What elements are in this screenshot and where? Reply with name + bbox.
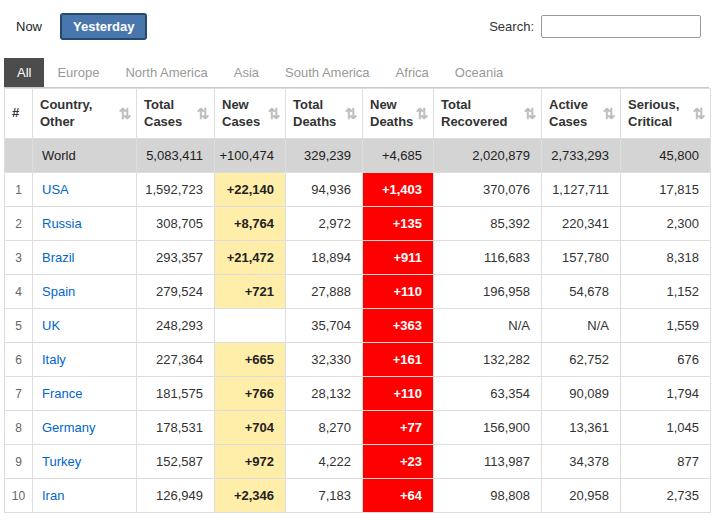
col-header-label: TotalRecovered <box>441 97 507 131</box>
col-header-new-cases[interactable]: NewCases⇅ <box>215 89 286 139</box>
total-cases-cell: 279,524 <box>137 275 215 309</box>
tab-oceania[interactable]: Oceania <box>442 58 516 87</box>
tab-africa[interactable]: Africa <box>383 58 442 87</box>
rank-cell: 1 <box>5 173 33 207</box>
tab-south-america[interactable]: South America <box>272 58 383 87</box>
yesterday-button[interactable]: Yesterday <box>60 13 147 40</box>
rank-cell <box>5 139 33 173</box>
total-recovered-cell: 196,958 <box>434 275 542 309</box>
sort-arrows-icon: ⇅ <box>415 105 428 123</box>
new-deaths-cell: +110 <box>363 275 434 309</box>
country-cell: Germany <box>33 411 137 445</box>
country-cell: World <box>33 139 137 173</box>
col-header-country[interactable]: Country,Other⇅ <box>33 89 137 139</box>
col-header-rank[interactable]: # <box>5 89 33 139</box>
table-body: World5,083,411+100,474329,239+4,6852,020… <box>5 139 711 513</box>
col-header-label: Country,Other <box>40 97 92 131</box>
country-link[interactable]: USA <box>42 182 69 197</box>
col-header-total-cases[interactable]: TotalCases⇅ <box>137 89 215 139</box>
search-input[interactable] <box>541 15 701 38</box>
tab-europe[interactable]: Europe <box>44 58 112 87</box>
total-cases-cell: 178,531 <box>137 411 215 445</box>
sort-arrows-icon: ⇅ <box>692 105 705 123</box>
total-deaths-cell: 32,330 <box>286 343 363 377</box>
active-cases-cell: 34,378 <box>542 445 621 479</box>
new-deaths-cell: +64 <box>363 479 434 513</box>
active-cases-cell: 90,089 <box>542 377 621 411</box>
rank-cell: 8 <box>5 411 33 445</box>
new-deaths-cell: +161 <box>363 343 434 377</box>
total-deaths-cell: 28,132 <box>286 377 363 411</box>
active-cases-cell: 2,733,293 <box>542 139 621 173</box>
active-cases-cell: 20,958 <box>542 479 621 513</box>
col-header-active-cases[interactable]: ActiveCases⇅ <box>542 89 621 139</box>
active-cases-cell: 54,678 <box>542 275 621 309</box>
country-cell: Brazil <box>33 241 137 275</box>
col-header-label: Serious,Critical <box>628 97 679 131</box>
new-cases-cell: +766 <box>215 377 286 411</box>
serious-critical-cell: 17,815 <box>621 173 711 207</box>
country-link[interactable]: Turkey <box>42 454 81 469</box>
serious-critical-cell: 1,559 <box>621 309 711 343</box>
total-recovered-cell: N/A <box>434 309 542 343</box>
total-recovered-cell: 370,076 <box>434 173 542 207</box>
country-cell: Russia <box>33 207 137 241</box>
total-deaths-cell: 35,704 <box>286 309 363 343</box>
country-link[interactable]: Iran <box>42 488 64 503</box>
new-cases-cell: +721 <box>215 275 286 309</box>
total-recovered-cell: 2,020,879 <box>434 139 542 173</box>
total-deaths-cell: 7,183 <box>286 479 363 513</box>
total-deaths-cell: 329,239 <box>286 139 363 173</box>
sort-arrows-icon: ⇅ <box>118 105 131 123</box>
continent-tabs: AllEuropeNorth AmericaAsiaSouth AmericaA… <box>4 58 709 88</box>
new-deaths-cell: +110 <box>363 377 434 411</box>
serious-critical-cell: 1,794 <box>621 377 711 411</box>
total-recovered-cell: 113,987 <box>434 445 542 479</box>
active-cases-cell: 1,127,711 <box>542 173 621 207</box>
table-header-row: #Country,Other⇅TotalCases⇅NewCases⇅Total… <box>5 89 711 139</box>
sort-arrows-icon: ⇅ <box>344 105 357 123</box>
total-recovered-cell: 132,282 <box>434 343 542 377</box>
total-recovered-cell: 98,808 <box>434 479 542 513</box>
total-recovered-cell: 156,900 <box>434 411 542 445</box>
table-row: 1USA1,592,723+22,14094,936+1,403370,0761… <box>5 173 711 207</box>
sort-arrows-icon: ⇅ <box>523 105 536 123</box>
tab-asia[interactable]: Asia <box>221 58 272 87</box>
country-cell: France <box>33 377 137 411</box>
new-cases-cell <box>215 309 286 343</box>
total-recovered-cell: 85,392 <box>434 207 542 241</box>
country-link[interactable]: Italy <box>42 352 66 367</box>
total-recovered-cell: 116,683 <box>434 241 542 275</box>
tab-north-america[interactable]: North America <box>112 58 220 87</box>
country-link[interactable]: UK <box>42 318 60 333</box>
now-button[interactable]: Now <box>14 15 44 38</box>
table-row: 3Brazil293,357+21,47218,894+911116,68315… <box>5 241 711 275</box>
total-cases-cell: 248,293 <box>137 309 215 343</box>
total-cases-cell: 126,949 <box>137 479 215 513</box>
table-row: 9Turkey152,587+9724,222+23113,98734,3788… <box>5 445 711 479</box>
country-link[interactable]: Brazil <box>42 250 75 265</box>
total-deaths-cell: 2,972 <box>286 207 363 241</box>
col-header-total-deaths[interactable]: TotalDeaths⇅ <box>286 89 363 139</box>
sort-arrows-icon: ⇅ <box>196 105 209 123</box>
covid-stats-table: #Country,Other⇅TotalCases⇅NewCases⇅Total… <box>4 88 711 513</box>
col-header-serious-critical[interactable]: Serious,Critical⇅ <box>621 89 711 139</box>
total-cases-cell: 152,587 <box>137 445 215 479</box>
col-header-new-deaths[interactable]: NewDeaths⇅ <box>363 89 434 139</box>
new-deaths-cell: +135 <box>363 207 434 241</box>
table-row: 6Italy227,364+66532,330+161132,28262,752… <box>5 343 711 377</box>
col-header-label: ActiveCases <box>549 97 588 131</box>
col-header-total-recovered[interactable]: TotalRecovered⇅ <box>434 89 542 139</box>
tab-all[interactable]: All <box>4 58 44 87</box>
country-link[interactable]: Russia <box>42 216 82 231</box>
active-cases-cell: 62,752 <box>542 343 621 377</box>
rank-cell: 3 <box>5 241 33 275</box>
country-link[interactable]: France <box>42 386 82 401</box>
serious-critical-cell: 2,300 <box>621 207 711 241</box>
col-header-label: TotalDeaths <box>293 97 336 131</box>
country-link[interactable]: Spain <box>42 284 75 299</box>
total-recovered-cell: 63,354 <box>434 377 542 411</box>
new-cases-cell: +2,346 <box>215 479 286 513</box>
country-link[interactable]: Germany <box>42 420 95 435</box>
table-row: 8Germany178,531+7048,270+77156,90013,361… <box>5 411 711 445</box>
